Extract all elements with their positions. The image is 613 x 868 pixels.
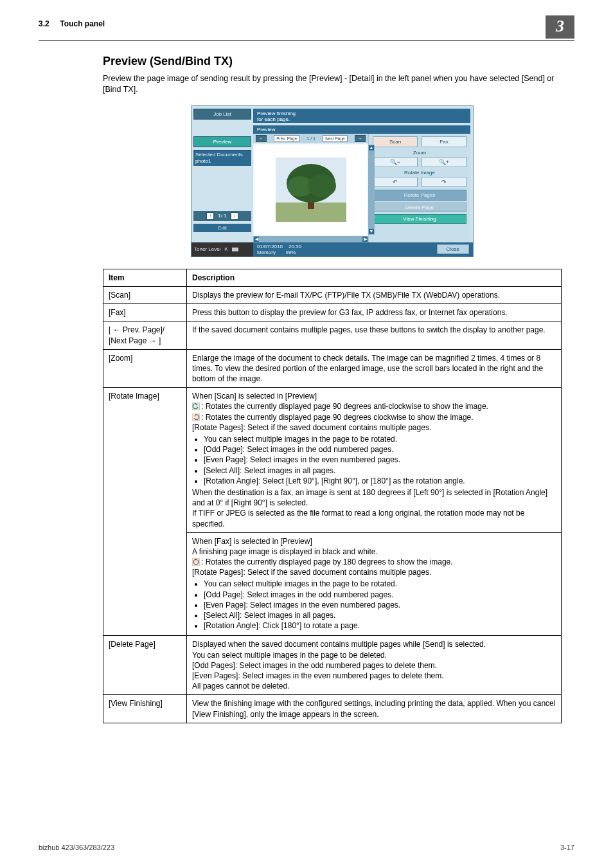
status-time: 20:30: [289, 244, 301, 249]
rotate-scan-lead: When [Scan] is selected in [Preview]: [192, 391, 556, 401]
item-cell: [Fax]: [103, 304, 187, 321]
page-up-button[interactable]: ↑: [206, 212, 214, 220]
rotate-cw-inline-icon: [192, 413, 200, 421]
status-date: 01/07/2010: [257, 244, 283, 249]
touch-panel-screenshot: Job List Preview Selected Documents phot…: [191, 105, 474, 257]
close-button[interactable]: Close: [437, 244, 469, 254]
prev-page-label: Prev. Page: [274, 135, 299, 142]
vertical-scrollbar[interactable]: ▲ ▼: [368, 145, 375, 235]
selected-document-item[interactable]: photo1: [195, 158, 249, 165]
zoom-out-icon: 🔍−: [390, 159, 400, 165]
message-line-2: for each page.: [257, 116, 466, 123]
rotate-cw-desc: : Rotates the currently displayed page 9…: [201, 413, 474, 422]
desc-cell: Press this button to display the preview…: [187, 304, 562, 321]
item-cell: [Rotate Image]: [103, 388, 187, 636]
selected-documents-panel: Selected Documents photo1: [193, 150, 251, 166]
description-table: Item Description [Scan] Displays the pre…: [103, 269, 562, 723]
desc-cell: Displays the preview for E-mail TX/PC (F…: [187, 286, 562, 303]
message-line-1: Preview finishing: [257, 111, 466, 117]
list-item: [Even Page]: Select images in the even n…: [204, 600, 556, 610]
zoom-out-button[interactable]: 🔍−: [373, 157, 418, 167]
table-row: [View Finishing] View the finishing imag…: [103, 695, 562, 723]
status-memory-label: Memory: [257, 249, 276, 255]
rotate-ccw-inline-icon: [192, 402, 200, 410]
rotate-ccw-icon: ↶: [393, 179, 398, 185]
next-page-button[interactable]: →: [355, 135, 366, 142]
toner-label: Toner Level: [194, 246, 220, 252]
scroll-right-icon[interactable]: ▶: [362, 237, 368, 242]
rotate-pages-button[interactable]: Rotate Pages: [373, 190, 466, 201]
list-item: [Select All]: Select images in all pages…: [204, 466, 556, 476]
table-header-description: Description: [187, 269, 562, 286]
footer-page-number: 3-17: [560, 844, 574, 851]
desc-cell: When [Fax] is selected in [Preview] A fi…: [187, 532, 562, 636]
delete-page-button[interactable]: Delete Page: [373, 203, 466, 212]
rotate-ccw-button[interactable]: ↶: [373, 177, 418, 187]
left-sidebar: Job List Preview Selected Documents phot…: [191, 106, 253, 242]
zoom-in-button[interactable]: 🔍+: [422, 157, 466, 167]
edit-tab[interactable]: Edit: [193, 224, 251, 232]
desc-cell: Enlarge the image of the document to che…: [187, 349, 562, 388]
rotate-scan-bullets: You can select multiple images in the pa…: [204, 434, 556, 486]
tree-image: [276, 158, 346, 222]
delete-line-5: All pages cannot be deleted.: [192, 681, 556, 691]
horizontal-scrollbar[interactable]: ◀ ▶: [253, 236, 368, 242]
toner-letter: K: [224, 246, 227, 252]
scroll-up-icon[interactable]: ▲: [369, 145, 374, 150]
rotate-180-inline-icon: [192, 558, 200, 566]
job-list-tab[interactable]: Job List: [193, 109, 251, 120]
delete-line-2: You can select multiple images in the pa…: [192, 650, 556, 660]
item-cell: [Scan]: [103, 286, 187, 303]
toner-bar-icon: [232, 248, 238, 251]
desc-cell: When [Scan] is selected in [Preview] : R…: [187, 388, 562, 532]
desc-cell: Displayed when the saved document contai…: [187, 636, 562, 695]
rotate-cw-button[interactable]: ↷: [422, 177, 466, 187]
document-pager: ↑ 1/ 1 ↓: [193, 211, 251, 221]
rotate-180-desc: : Rotates the currently displayed page b…: [201, 557, 453, 566]
view-finishing-button[interactable]: View Finishing: [373, 214, 466, 224]
preview-controls: Scan Fax Zoom 🔍− 🔍+ Rotate Image ↶: [369, 134, 470, 242]
message-strip: Preview finishing for each page.: [253, 109, 470, 123]
page-down-button[interactable]: ↓: [231, 212, 238, 220]
scan-tab-button[interactable]: Scan: [373, 136, 418, 147]
rotate-ccw-desc: : Rotates the currently displayed page 9…: [201, 402, 488, 411]
list-item: [Odd Page]: Select images in the odd num…: [204, 590, 556, 600]
page-header: 3.2 Touch panel 3: [39, 19, 574, 41]
table-row: [Scan] Displays the preview for E-mail T…: [103, 286, 562, 303]
table-row: [ ← Prev. Page]/ [Next Page → ] If the s…: [103, 321, 562, 349]
page-title: Preview (Send/Bind TX): [103, 55, 562, 68]
rotate-fax-bullets: You can select multiple images in the pa…: [204, 579, 556, 631]
page-counter-label: 1/ 1: [215, 213, 229, 219]
page-content: Preview (Send/Bind TX) Preview the page …: [103, 55, 562, 723]
list-item: [Rotation Angle]: Select [Left 90°], [Ri…: [204, 476, 556, 486]
list-item: [Even Page]: Select images in the even n…: [204, 455, 556, 465]
preview-panel: Preview ← Prev. Page 1 / 1 Next Page →: [253, 125, 470, 242]
list-item: You can select multiple images in the pa…: [204, 579, 556, 589]
preview-tab[interactable]: Preview: [193, 136, 251, 147]
table-row: [Rotate Image] When [Scan] is selected i…: [103, 388, 562, 532]
delete-line-1: Displayed when the saved document contai…: [192, 639, 556, 649]
page-thumbnail: [254, 145, 367, 235]
intro-paragraph: Preview the page image of sending result…: [103, 73, 562, 95]
section-number: 3.2: [39, 19, 49, 28]
desc-cell: If the saved document contains multiple …: [187, 321, 562, 349]
scroll-down-icon[interactable]: ▼: [369, 229, 374, 234]
table-row: [Zoom] Enlarge the image of the document…: [103, 349, 562, 388]
item-cell: [ ← Prev. Page]/ [Next Page → ]: [103, 321, 187, 349]
status-bar: 01/07/2010 20:30 Memory 99% Close: [253, 242, 473, 257]
rotate-image-label: Rotate Image: [373, 170, 466, 176]
prev-page-button[interactable]: ←: [256, 135, 267, 142]
table-header-item: Item: [103, 269, 187, 286]
rotate-scan-tail-2: If TIFF or JPEG is selected as the file …: [192, 508, 556, 529]
rotate-fax-line2: A finishing page image is displayed in b…: [192, 547, 556, 557]
preview-viewer: ← Prev. Page 1 / 1 Next Page →: [253, 134, 369, 242]
chapter-badge: 3: [546, 15, 574, 39]
fax-tab-button[interactable]: Fax: [422, 136, 466, 147]
header-section: 3.2 Touch panel: [39, 19, 105, 28]
scroll-left-icon[interactable]: ◀: [254, 237, 259, 242]
rotate-fax-lead: When [Fax] is selected in [Preview]: [192, 536, 556, 547]
list-item: [Select All]: Select images in all pages…: [204, 610, 556, 620]
item-cell: [Zoom]: [103, 349, 187, 388]
zoom-label: Zoom: [373, 150, 466, 156]
zoom-in-icon: 🔍+: [439, 159, 449, 165]
